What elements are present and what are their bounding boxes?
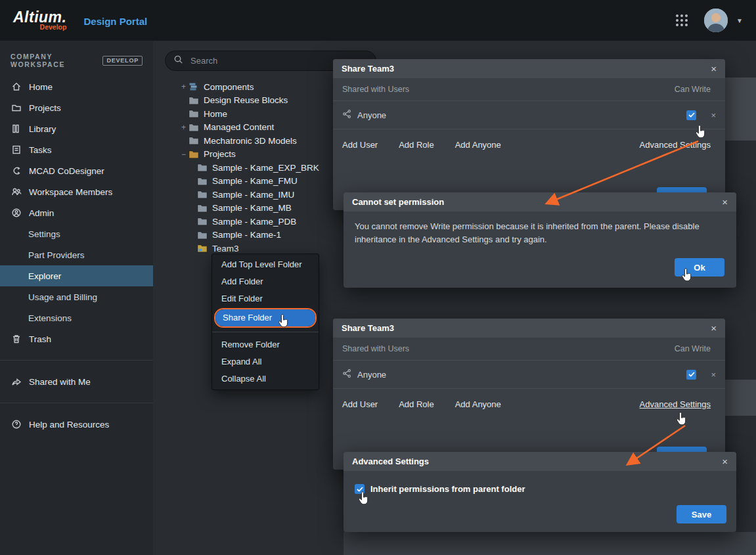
dialog-title: Advanced Settings <box>352 456 429 466</box>
add-anyone-link[interactable]: Add Anyone <box>455 399 501 409</box>
sidebar-item-mcad-codesigner[interactable]: MCAD CoDesigner <box>0 160 153 181</box>
altium-logo: Altium. Develop <box>13 10 66 31</box>
context-menu: Add Top Level Folder Add Folder Edit Fol… <box>211 254 319 390</box>
tree-item-label: Sample - Kame_IMU <box>212 190 294 200</box>
folder-tree: + Components Design Reuse Blocks Home + … <box>179 80 319 255</box>
menu-item-remove-folder[interactable]: Remove Folder <box>212 336 319 353</box>
folder-icon <box>11 102 22 114</box>
menu-item-share-folder[interactable]: Share Folder <box>215 309 315 326</box>
dialog-message: You cannot remove Write permission becau… <box>344 211 736 246</box>
folder-icon <box>189 136 200 146</box>
menu-item-add-folder[interactable]: Add Folder <box>212 273 319 290</box>
sidebar-item-workspace-members[interactable]: Workspace Members <box>0 181 153 202</box>
sidebar-item-explorer[interactable]: Explorer <box>0 265 153 286</box>
expand-icon[interactable]: + <box>179 82 189 91</box>
sidebar-item-extensions[interactable]: Extensions <box>0 307 153 328</box>
tree-item-projects[interactable]: − Projects <box>179 148 319 162</box>
remove-user-icon[interactable]: × <box>711 110 716 120</box>
sidebar-item-label: Help and Resources <box>29 420 109 430</box>
add-anyone-link[interactable]: Add Anyone <box>455 140 501 150</box>
save-button[interactable]: Save <box>677 505 726 523</box>
collapse-icon[interactable]: − <box>179 150 189 159</box>
admin-icon <box>11 208 22 219</box>
tree-item-sample-kame-1[interactable]: Sample - Kame-1 <box>179 229 319 242</box>
tree-item-sample-kame-fmu[interactable]: Sample - Kame_FMU <box>179 175 319 189</box>
tree-item-sample-kame-mb[interactable]: Sample - Kame_MB <box>179 202 319 215</box>
close-icon[interactable]: × <box>711 64 717 74</box>
share-actions: Add User Add Role Add Anyone Advanced Se… <box>333 129 725 160</box>
menu-item-collapse-all[interactable]: Collapse All <box>212 370 319 388</box>
sidebar-item-label: Shared with Me <box>29 377 91 387</box>
sidebar-item-settings[interactable]: Settings <box>0 223 153 244</box>
sidebar-item-trash[interactable]: Trash <box>0 328 153 349</box>
dialog-title: Share Team3 <box>342 64 394 74</box>
sidebar-item-label: Settings <box>28 229 60 239</box>
anyone-icon <box>342 368 351 380</box>
can-write-checkbox[interactable] <box>686 370 696 380</box>
user-name: Anyone <box>357 370 386 380</box>
menu-item-add-top-level-folder[interactable]: Add Top Level Folder <box>212 256 319 273</box>
chevron-down-icon[interactable]: ▼ <box>736 17 743 24</box>
dialog-title: Cannot set permission <box>352 197 444 207</box>
tree-item-sample-kame-exp-brk[interactable]: Sample - Kame_EXP_BRK <box>179 161 319 175</box>
sidebar-item-library[interactable]: Library <box>0 118 153 139</box>
sidebar-item-usage-and-billing[interactable]: Usage and Billing <box>0 286 153 307</box>
tree-item-label: Sample - Kame_EXP_BRK <box>212 163 319 173</box>
sidebar-item-projects[interactable]: Projects <box>0 97 153 118</box>
sidebar-item-label: Explorer <box>28 271 61 281</box>
ok-button[interactable]: Ok <box>675 258 724 277</box>
avatar[interactable] <box>704 9 728 32</box>
sidebar-item-shared-with-me[interactable]: Shared with Me <box>0 371 153 392</box>
tree-item-managed-content[interactable]: + Managed Content <box>179 121 319 135</box>
tree-item-label: Sample - Kame_FMU <box>212 176 298 186</box>
background-panel-edge <box>344 532 756 555</box>
sidebar-item-help-and-resources[interactable]: Help and Resources <box>0 414 153 435</box>
can-write-checkbox[interactable] <box>686 110 696 120</box>
tasks-icon <box>11 144 22 156</box>
tree-item-mechatronic-3d-models[interactable]: Mechatronic 3D Models <box>179 134 319 148</box>
menu-item-edit-folder[interactable]: Edit Folder <box>212 290 319 307</box>
app-window: Altium. Develop Design Portal ▼ COMPANY … <box>0 0 756 555</box>
apps-grid-icon[interactable] <box>676 14 688 26</box>
shared-with-me-icon <box>11 376 22 388</box>
tree-item-design-reuse-blocks[interactable]: Design Reuse Blocks <box>179 94 319 108</box>
share-dialog-2: Share Team3 × Shared with Users Can Writ… <box>333 319 725 470</box>
add-user-link[interactable]: Add User <box>342 399 378 409</box>
tree-item-sample-kame-pdb[interactable]: Sample - Kame_PDB <box>179 215 319 229</box>
add-user-link[interactable]: Add User <box>342 140 378 150</box>
shared-with-users-label: Shared with Users <box>342 344 409 353</box>
sidebar-item-label: Admin <box>29 208 54 218</box>
folder-icon <box>197 176 208 186</box>
menu-item-expand-all[interactable]: Expand All <box>212 353 319 370</box>
sidebar-item-label: Tasks <box>29 145 52 155</box>
remove-user-icon[interactable]: × <box>711 370 716 380</box>
background-dialog-edge <box>725 78 756 141</box>
dialog-header: Advanced Settings × <box>344 452 736 471</box>
tree-item-label: Components <box>204 82 254 92</box>
tree-item-components[interactable]: + Components <box>179 80 319 94</box>
sidebar-item-label: Library <box>29 124 56 134</box>
advanced-settings-link[interactable]: Advanced Settings <box>640 140 711 150</box>
sidebar-item-admin[interactable]: Admin <box>0 202 153 223</box>
inherit-permissions-checkbox[interactable] <box>355 484 365 494</box>
folder-icon <box>197 163 208 173</box>
advanced-settings-link[interactable]: Advanced Settings <box>640 399 711 409</box>
sidebar-item-label: Usage and Billing <box>28 292 97 302</box>
add-role-link[interactable]: Add Role <box>399 399 434 409</box>
dialog-header: Cannot set permission × <box>344 192 736 211</box>
dialog-header: Share Team3 × <box>333 59 725 78</box>
close-icon[interactable]: × <box>722 197 728 207</box>
sidebar-item-home[interactable]: Home <box>0 76 153 97</box>
altium-logo-develop: Develop <box>40 23 67 31</box>
tree-item-sample-kame-imu[interactable]: Sample - Kame_IMU <box>179 188 319 202</box>
expand-icon[interactable]: + <box>179 123 189 132</box>
add-role-link[interactable]: Add Role <box>399 140 434 150</box>
close-icon[interactable]: × <box>711 323 717 333</box>
tree-item-home[interactable]: Home <box>179 107 319 121</box>
sidebar-item-tasks[interactable]: Tasks <box>0 139 153 160</box>
portal-title: Design Portal <box>83 14 147 27</box>
sidebar-item-part-providers[interactable]: Part Providers <box>0 244 153 265</box>
sidebar-item-label: Trash <box>29 334 51 344</box>
advanced-settings-dialog: Advanced Settings × Inherit permissions … <box>344 452 736 532</box>
close-icon[interactable]: × <box>722 456 728 466</box>
